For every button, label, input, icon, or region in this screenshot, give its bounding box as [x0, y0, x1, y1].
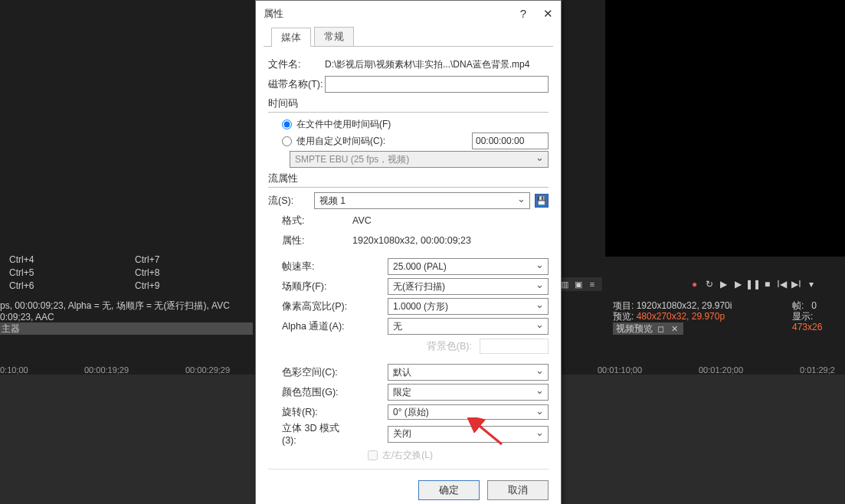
media-info-line: ps, 00:00:09;23, Alpha = 无, 场顺序 = 无(逐行扫描… [0, 300, 253, 312]
pixel-aspect-value: 1.0000 (方形) [393, 300, 448, 313]
timeline-tick-label: 00:00:19;29 [84, 365, 129, 375]
cancel-button-label: 取消 [508, 483, 528, 497]
swap-lr-label: 左/右交换(L) [382, 449, 433, 462]
end-icon[interactable]: ▾ [806, 280, 816, 290]
tab-strip: 媒体 常规 [264, 27, 553, 47]
colorspace-label: 色彩空间(C): [268, 366, 352, 379]
shortcut-cell: Ctrl+5 [2, 267, 126, 279]
framerate-select[interactable]: 25.000 (PAL) [388, 258, 549, 275]
prev-frame-icon[interactable]: I◀ [777, 280, 787, 290]
fieldorder-value: 无(逐行扫描) [393, 280, 445, 293]
play-icon[interactable]: ▶ [733, 280, 743, 290]
save-icon[interactable]: 💾 [535, 194, 549, 208]
framerate-value: 25.000 (PAL) [393, 261, 447, 272]
tape-name-label: 磁带名称(T): [268, 78, 325, 91]
format-label: 格式: [268, 214, 352, 227]
shortcut-cell: Ctrl+9 [127, 280, 251, 292]
timeline-tick-label: 00:00:29;29 [185, 365, 230, 375]
alpha-channel-value: 无 [393, 320, 402, 333]
timeline-tick-label: 00:01:10;00 [598, 365, 642, 375]
background-color-label: 背景色(B): [427, 340, 472, 353]
help-icon[interactable]: ? [520, 7, 526, 21]
colorspace-select[interactable]: 默认 [388, 364, 549, 381]
cancel-button[interactable]: 取消 [487, 480, 549, 500]
display-value: 473x26 [792, 322, 822, 332]
format-value: AVC [352, 215, 372, 226]
restore-icon[interactable]: ◻ [657, 324, 667, 333]
attributes-value: 1920x1080x32, 00:00:09;23 [352, 235, 471, 246]
project-info: 项目: 1920x1080x32, 29.970i 预览: 480x270x32… [613, 300, 732, 322]
color-range-select[interactable]: 限定 [388, 384, 549, 401]
use-file-timecode-radio[interactable]: 在文件中使用时间码(F) [268, 116, 549, 133]
shortcut-cell: Ctrl+6 [2, 280, 126, 292]
tab-media[interactable]: 媒体 [271, 28, 311, 47]
video-preview-tab[interactable]: 视频预览 ◻ ✕ [613, 322, 683, 335]
dialog-footer: 确定 取消 [256, 474, 561, 504]
dialog-body: 文件名: D:\影视后期\视频素材\非实拍...\DNA蓝色背景.mp4 磁带名… [256, 47, 561, 474]
pause-icon[interactable]: ❚❚ [748, 280, 758, 290]
frame-display-info: 帧: 0 显示: 473x26 [792, 300, 845, 332]
use-custom-timecode-row: 使用自定义时间码(C): [268, 133, 549, 149]
shortcut-table: Ctrl+4 Ctrl+7 Ctrl+5 Ctrl+8 Ctrl+6 Ctrl+… [0, 253, 253, 293]
stream-select[interactable]: 视频 1 [314, 192, 530, 209]
rotation-select[interactable]: 0° (原始) [388, 404, 549, 420]
background-color-swatch [480, 339, 549, 354]
stream-label: 流(S): [268, 195, 314, 208]
tab-label: 常规 [324, 31, 344, 42]
stereo3d-select[interactable]: 关闭 [388, 426, 549, 443]
shortcut-cell: Ctrl+7 [127, 254, 251, 266]
pixel-aspect-select[interactable]: 1.0000 (方形) [388, 298, 549, 315]
display-label: 显示: [792, 311, 813, 322]
dialog-titlebar[interactable]: 属性 ? ✕ [256, 1, 561, 27]
use-file-timecode-radio-input[interactable] [282, 119, 292, 129]
filename-label: 文件名: [268, 58, 325, 71]
stream-section-header: 流属性 [268, 172, 549, 188]
rotation-value: 0° (原始) [393, 406, 429, 419]
tab-general[interactable]: 常规 [314, 27, 354, 46]
record-icon[interactable]: ● [689, 280, 699, 290]
transport-bar: ● ↻ ▶ ▶ ❚❚ ■ I◀ ▶I ▾ [689, 277, 845, 291]
timeline-tick-label: 00:01:20;00 [699, 365, 743, 375]
stereo3d-value: 关闭 [393, 427, 411, 440]
timeline-tick-label: 0:10;00 [0, 365, 28, 375]
media-info-text: ps, 00:00:09;23, Alpha = 无, 场顺序 = 无(逐行扫描… [0, 300, 253, 323]
color-range-value: 限定 [393, 386, 411, 399]
panel-tab[interactable]: 主器 [0, 322, 253, 335]
stream-value: 视频 1 [319, 195, 346, 208]
next-frame-icon[interactable]: ▶I [791, 280, 801, 290]
panel-tab-label: 主器 [2, 323, 20, 334]
project-label: 项目: [613, 300, 634, 311]
color-range-label: 颜色范围(G): [268, 386, 352, 399]
timecode-section-header: 时间码 [268, 97, 549, 113]
loop-icon[interactable]: ↻ [704, 280, 714, 290]
custom-timecode-input[interactable] [472, 133, 549, 149]
timecode-format-value: SMPTE EBU (25 fps，视频) [295, 153, 409, 166]
frames-label: 帧: [792, 300, 804, 311]
preview-value: 480x270x32, 29.970p [637, 311, 725, 322]
swap-lr-checkbox [368, 450, 378, 460]
use-custom-timecode-radio-input[interactable] [282, 136, 292, 146]
overlay-icon[interactable]: ▣ [573, 279, 584, 290]
timecode-format-select: SMPTE EBU (25 fps，视频) [290, 151, 549, 168]
ok-button-label: 确定 [439, 483, 459, 497]
close-icon[interactable]: ✕ [671, 324, 680, 333]
stop-icon[interactable]: ■ [762, 280, 772, 290]
menu-icon[interactable]: ≡ [587, 279, 598, 290]
properties-dialog: 属性 ? ✕ 媒体 常规 文件名: D:\影视后期\视频素材\非实拍...\DN… [255, 0, 562, 504]
tab-label: 媒体 [281, 31, 301, 43]
video-preview-tab-label: 视频预览 [616, 322, 653, 335]
project-value: 1920x1080x32, 29.970i [637, 300, 732, 311]
fieldorder-select[interactable]: 无(逐行扫描) [388, 278, 549, 295]
ok-button[interactable]: 确定 [418, 480, 480, 500]
alpha-channel-select[interactable]: 无 [388, 318, 549, 335]
stereo3d-label: 立体 3D 模式(3): [268, 422, 352, 446]
play-from-start-icon[interactable]: ▶ [719, 280, 729, 290]
tape-name-input[interactable] [325, 76, 549, 93]
left-preview-toolbar: ▥ ▣ ≡ [556, 277, 602, 291]
timeline-tick-label: 0:01:29;2 [800, 365, 835, 375]
use-custom-timecode-label: 使用自定义时间码(C): [296, 135, 385, 148]
close-icon[interactable]: ✕ [543, 7, 553, 21]
dialog-title: 属性 [264, 7, 283, 21]
shortcut-cell: Ctrl+8 [127, 267, 251, 279]
pixel-aspect-label: 像素高宽比(P): [268, 300, 352, 313]
